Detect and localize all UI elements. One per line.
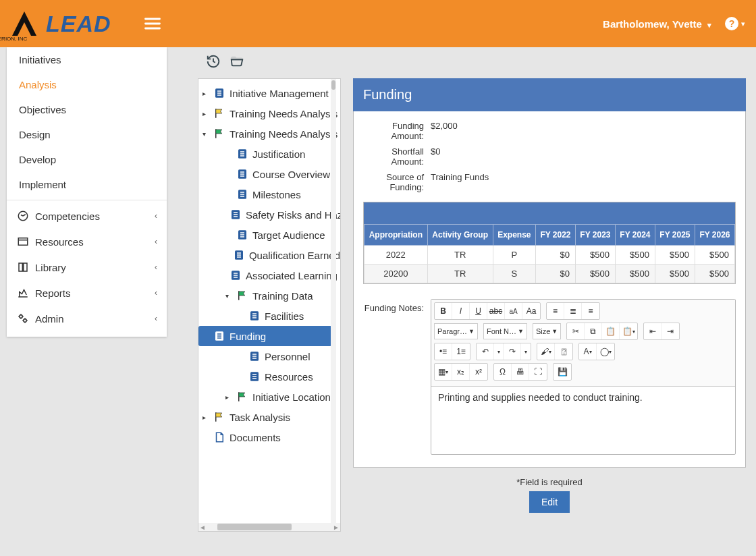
help-dropdown[interactable]: ? ▾ xyxy=(725,17,745,30)
tree-expander-icon[interactable]: ▸ xyxy=(225,393,232,401)
user-dropdown[interactable]: Bartholomew, Yvette ▾ xyxy=(603,18,711,30)
bold-button[interactable]: B xyxy=(435,303,452,319)
tree-item-label: Target Audience xyxy=(252,229,325,241)
ordered-list-button[interactable]: 1≡ xyxy=(452,343,470,360)
case-button[interactable]: aA xyxy=(505,303,522,319)
tree-item-label: Initiative Management xyxy=(230,88,329,99)
tree-expander-icon[interactable]: ▾ xyxy=(225,292,232,300)
tree-expander-icon[interactable]: ▸ xyxy=(202,110,209,117)
sidebar-item-analysis[interactable]: Analysis xyxy=(7,72,167,97)
tree-expander-icon[interactable]: ▸ xyxy=(202,414,209,421)
chevron-left-icon: ‹ xyxy=(155,288,157,298)
unordered-list-button[interactable]: •≡ xyxy=(435,343,452,360)
tree-item[interactable]: Course Overview xyxy=(198,164,340,184)
library-icon xyxy=(16,261,30,273)
font-color-button[interactable]: A▾ xyxy=(579,343,597,360)
outdent-button[interactable]: ⇤ xyxy=(644,323,662,339)
tree-node-icon xyxy=(230,269,242,281)
editor-label: Funding Notes: xyxy=(363,299,431,455)
sidebar-section-resources[interactable]: Resources‹ xyxy=(7,229,167,254)
underline-button[interactable]: U xyxy=(470,303,487,319)
sidebar-section-admin[interactable]: Admin‹ xyxy=(7,306,167,331)
paste-special-button[interactable]: 📋▾ xyxy=(620,323,637,339)
sidebar-section-reports[interactable]: Reports‹ xyxy=(7,280,167,306)
table-cell: $500 xyxy=(575,265,615,283)
indent-button[interactable]: ⇥ xyxy=(662,323,679,339)
tree-item[interactable]: Target Audience xyxy=(198,225,340,245)
tree-item[interactable]: Qualification Earned xyxy=(198,245,340,265)
tree-item[interactable]: ▸Initiative Management xyxy=(198,83,340,103)
tree-node-icon xyxy=(233,249,245,261)
sidebar-item-objectives[interactable]: Objectives xyxy=(7,97,167,122)
tree-item[interactable]: ▸Training Needs Analysis xyxy=(198,103,340,123)
tree-item[interactable]: ▾Training Needs Analysis xyxy=(198,123,340,144)
sidebar-section-library[interactable]: Library‹ xyxy=(7,254,167,280)
tree-item[interactable]: Milestones xyxy=(198,184,340,204)
sidebar-item-design[interactable]: Design xyxy=(7,122,167,147)
tree-item-label: Training Needs Analysis xyxy=(230,128,338,140)
tree-item[interactable]: Funding xyxy=(198,326,332,346)
undo-button[interactable]: ↶ xyxy=(477,343,494,360)
align-left-button[interactable]: ≡ xyxy=(547,303,564,319)
sidebar-item-initiatives[interactable]: Initiatives xyxy=(7,47,167,72)
undo-dd[interactable]: ▾ xyxy=(494,343,504,360)
help-button[interactable]: ⍰ xyxy=(555,343,572,360)
copy-button[interactable]: ⧉ xyxy=(585,323,602,339)
tree-hscrollbar[interactable]: ◄ ► xyxy=(198,523,340,531)
competencies-icon xyxy=(16,210,30,222)
paste-button[interactable]: 📋 xyxy=(602,323,620,339)
folder-icon[interactable] xyxy=(229,54,245,69)
subscript-button[interactable]: x₂ xyxy=(452,364,470,380)
print-button[interactable]: 🖶 xyxy=(512,364,529,380)
chevron-left-icon: ‹ xyxy=(155,237,157,246)
tree-item[interactable]: Associated Learning Events xyxy=(198,265,340,285)
align-center-button[interactable]: ≣ xyxy=(564,303,582,319)
tree-item[interactable]: Resources xyxy=(198,366,340,387)
format-painter-button[interactable]: 🖌▾ xyxy=(537,343,555,360)
tree-item[interactable]: Facilities xyxy=(198,306,340,326)
tree-item-label: Funding xyxy=(230,331,266,342)
table-cell: $500 xyxy=(655,246,695,265)
cut-button[interactable]: ✂ xyxy=(567,323,585,339)
special-char-button[interactable]: Ω xyxy=(494,364,512,380)
tree-item-label: Documents xyxy=(230,432,281,443)
superscript-button[interactable]: x² xyxy=(470,364,487,380)
italic-button[interactable]: I xyxy=(452,303,470,319)
table-header: FY 2025 xyxy=(655,225,695,246)
rich-text-editor[interactable]: B I U abc aA Aa ≡ ≣ ≡ xyxy=(431,299,736,455)
tree-vscrollbar[interactable] xyxy=(331,79,336,531)
fullscreen-button[interactable]: ⛶ xyxy=(529,364,547,380)
tree-expander-icon[interactable]: ▾ xyxy=(202,130,209,138)
tree-expander-icon[interactable]: ▸ xyxy=(202,90,209,97)
redo-button[interactable]: ↷ xyxy=(504,343,521,360)
tree-item[interactable]: ▸Initiative Locations xyxy=(198,387,340,407)
tree-item[interactable]: ▸Task Analysis xyxy=(198,407,340,427)
table-button[interactable]: ▦▾ xyxy=(435,364,452,380)
tree-item[interactable]: Safety Risks and Hazards xyxy=(198,204,340,225)
strike-button[interactable]: abc xyxy=(487,303,505,319)
tree-item[interactable]: Personnel xyxy=(198,346,340,366)
menu-toggle-icon[interactable] xyxy=(143,14,162,33)
svg-point-4 xyxy=(24,319,27,323)
save-button[interactable]: 💾 xyxy=(554,364,571,380)
paragraph-select[interactable]: Paragr…▼ xyxy=(434,323,478,339)
history-icon[interactable] xyxy=(206,54,221,69)
sidebar-section-competencies[interactable]: Competencies‹ xyxy=(7,203,167,229)
tree-item[interactable]: ▾Training Data xyxy=(198,285,340,306)
font-button[interactable]: Aa xyxy=(522,303,540,319)
sidebar-item-implement[interactable]: Implement xyxy=(7,172,167,197)
align-right-button[interactable]: ≡ xyxy=(582,303,599,319)
logo-icon xyxy=(11,10,38,37)
redo-dd[interactable]: ▾ xyxy=(521,343,531,360)
tree-item[interactable]: Justification xyxy=(198,144,340,164)
tree-item-label: Personnel xyxy=(265,351,310,362)
font-select[interactable]: Font N…▼ xyxy=(483,323,527,339)
size-select[interactable]: Size▼ xyxy=(533,323,561,339)
highlight-button[interactable]: ◯▾ xyxy=(597,343,614,360)
sidebar-item-develop[interactable]: Develop xyxy=(7,147,167,172)
editor-content[interactable]: Printing and supplies needed to conduct … xyxy=(431,387,735,454)
tree-item-label: Milestones xyxy=(252,189,301,200)
tree-item-label: Training Data xyxy=(252,290,313,302)
tree-item[interactable]: Documents xyxy=(198,427,340,447)
edit-button[interactable]: Edit xyxy=(529,491,570,513)
